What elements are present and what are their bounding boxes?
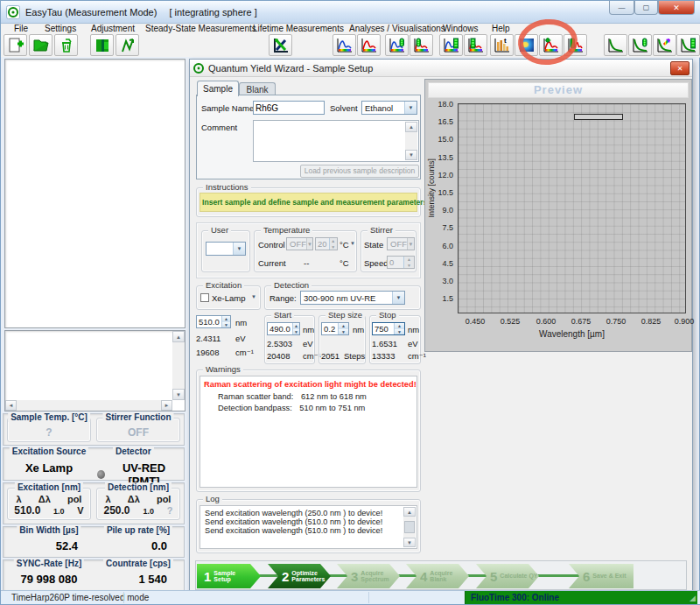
- menu-adjustment[interactable]: Adjustment: [91, 24, 135, 34]
- emission-spectra-series-button[interactable]: [439, 34, 463, 56]
- xe-lamp-label: Xe-Lamp: [212, 293, 246, 303]
- menu-steady-state[interactable]: Steady-State Measurements: [145, 24, 256, 34]
- menu-lifetime[interactable]: Lifetime Measurements: [253, 24, 344, 34]
- decay-button[interactable]: [604, 34, 627, 56]
- status-row-bin: Bin Width [µs] 52.4 Pile up rate [%] 0.0: [3, 526, 185, 558]
- menu-settings[interactable]: Settings: [45, 24, 76, 34]
- manual-adjustment-button[interactable]: [116, 34, 139, 56]
- solvent-select[interactable]: Ethanol ▼: [361, 101, 417, 115]
- quantum-yield-wizard-dialog: Quantum Yield Wizard - Sample Setup ✕ Sa…: [189, 59, 693, 595]
- emission-spectrum-button[interactable]: [332, 34, 356, 56]
- maximize-button[interactable]: ▢: [634, 1, 658, 15]
- preview-panel: Preview Intensity [counts] 18.0 16.5 15.…: [424, 79, 692, 352]
- spin-down-icon[interactable]: ▼: [222, 322, 230, 328]
- scroll-up-icon[interactable]: ▲: [403, 507, 416, 517]
- scroll-up-icon[interactable]: ▲: [405, 122, 417, 132]
- toolbar: t: [1, 34, 700, 58]
- chevron-down-icon[interactable]: ▼: [251, 294, 256, 299]
- tres-button[interactable]: t: [490, 34, 514, 56]
- stirrer-group: Stirrer State OFF ▼ Speed 0 ▲▼: [360, 230, 416, 272]
- new-measurement-button[interactable]: [4, 34, 27, 56]
- delete-button[interactable]: [54, 34, 78, 56]
- excitation-spectrum-wizard-button[interactable]: [410, 34, 433, 56]
- scroll-down-icon[interactable]: ▼: [405, 150, 417, 160]
- measurement-list-panel[interactable]: [4, 59, 186, 328]
- decay-wizard-button[interactable]: [628, 34, 652, 56]
- stop-spinner[interactable]: 750 ▲▼: [372, 322, 405, 335]
- scroll-down-icon[interactable]: ▼: [172, 389, 185, 400]
- step-sample-setup[interactable]: 1 Sample Setup: [197, 564, 261, 588]
- excitation-wavelength-spinner[interactable]: 510.0 ▲▼: [196, 315, 231, 328]
- message-hscrollbar[interactable]: ◄ ►: [5, 400, 172, 411]
- dialog-title: Quantum Yield Wizard - Sample Setup: [208, 63, 373, 74]
- detection-title: Detection: [271, 280, 312, 290]
- chevron-down-icon[interactable]: ▼: [350, 241, 355, 246]
- menu-file[interactable]: File: [14, 24, 28, 34]
- range-select[interactable]: 300-900 nm UV-RE ▼: [300, 291, 405, 305]
- scroll-down-icon[interactable]: ▼: [403, 538, 416, 547]
- menu-windows[interactable]: Windows: [443, 24, 479, 34]
- tres-map-button[interactable]: [514, 34, 538, 56]
- xe-lamp-checkbox[interactable]: [200, 293, 209, 302]
- open-button[interactable]: [29, 34, 52, 56]
- spin-down-icon[interactable]: ▼: [395, 329, 404, 335]
- temperature-setpoint-spinner[interactable]: 20 ▲▼: [315, 237, 338, 250]
- quantum-yield-wizard-button[interactable]: [539, 34, 563, 56]
- solvent-label: Solvent: [330, 103, 358, 113]
- decay-series-button[interactable]: [676, 34, 700, 56]
- statusbar-mode: TimeHarp260P time-resolved mode: [11, 593, 149, 602]
- chevron-down-icon: ▼: [233, 243, 245, 255]
- spin-down-icon[interactable]: ▼: [293, 329, 299, 335]
- excitation-spectra-series-button[interactable]: [464, 34, 487, 56]
- scroll-left-icon[interactable]: ◄: [5, 400, 17, 411]
- decay-shift-icon: [656, 37, 674, 54]
- detector-led-icon: [97, 470, 105, 479]
- menu-help[interactable]: Help: [492, 24, 510, 34]
- message-vscrollbar[interactable]: ▲ ▼: [172, 331, 185, 400]
- tab-sample[interactable]: Sample: [197, 81, 239, 96]
- pile-up-label: Pile up rate [%]: [104, 525, 172, 535]
- minimize-button[interactable]: —: [609, 1, 634, 15]
- nm-unit: nm: [235, 318, 247, 327]
- anisotropy-button[interactable]: [564, 34, 587, 56]
- excitation-ev-value: 2.4311: [196, 334, 220, 343]
- comment-textarea[interactable]: ▲ ▼: [253, 120, 419, 162]
- emission-spectrum-wizard-button[interactable]: [385, 34, 409, 56]
- log-scrollbar[interactable]: ▲ ▼: [403, 507, 416, 547]
- x-tick: 0.525: [500, 317, 521, 326]
- log-line: Send excitation wavelength (250.0 nm ) t…: [205, 509, 401, 517]
- temperature-control-select[interactable]: OFF ▼: [286, 237, 313, 250]
- load-previous-button[interactable]: Load previous sample description: [300, 165, 419, 178]
- excitation-spectrum-button[interactable]: [357, 34, 381, 56]
- close-icon: ✕: [673, 4, 680, 12]
- detection-bandwidth-value: 1.0: [143, 507, 154, 516]
- shutter-button[interactable]: [90, 34, 114, 56]
- scroll-right-icon[interactable]: ►: [161, 400, 172, 411]
- comment-scrollbar[interactable]: ▲ ▼: [405, 122, 417, 160]
- warning-line-value: 612 nm to 618 nm: [301, 392, 367, 401]
- close-button[interactable]: ✕: [658, 1, 695, 15]
- temperature-setpoint-value: 20: [316, 238, 329, 250]
- sample-name-input[interactable]: [253, 101, 325, 115]
- instrument-setup-button[interactable]: [269, 34, 292, 56]
- delta-lambda-header: Δλ: [128, 494, 140, 504]
- scroll-up-icon[interactable]: ▲: [172, 331, 185, 342]
- scroll-thumb[interactable]: [404, 521, 415, 533]
- stirrer-speed-spinner[interactable]: 0 ▲▼: [387, 256, 415, 269]
- spin-down-icon[interactable]: ▼: [330, 244, 337, 250]
- message-panel[interactable]: ▲ ▼ ◄ ►: [4, 330, 186, 412]
- step-size-spinner[interactable]: 0.2 ▲▼: [321, 322, 349, 335]
- resize-grip-icon[interactable]: ◢: [690, 594, 696, 602]
- start-spinner[interactable]: 490.0 ▲▼: [267, 322, 300, 335]
- sample-temp-group: Sample Temp. [°C] ?: [7, 418, 91, 442]
- excitation-spectrum-wizard-icon: [413, 37, 430, 54]
- stirrer-state-select[interactable]: OFF ▼: [387, 237, 415, 250]
- y-tick: 6.0: [442, 242, 453, 250]
- menu-analyses[interactable]: Analyses / Visualisations: [349, 24, 445, 34]
- x-tick: 0.450: [466, 317, 486, 326]
- dialog-close-button[interactable]: ✕: [670, 61, 690, 75]
- spin-down-icon[interactable]: ▼: [339, 329, 348, 335]
- decay-shift-button[interactable]: [653, 34, 676, 56]
- user-select[interactable]: ▼: [206, 242, 246, 256]
- spin-down-icon[interactable]: ▼: [404, 263, 414, 269]
